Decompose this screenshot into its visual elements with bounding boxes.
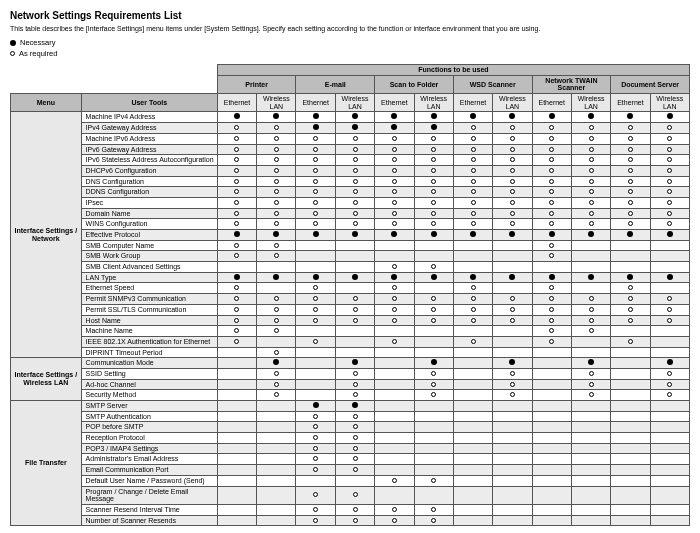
setting-label: Communication Mode <box>81 358 217 369</box>
mark-cell <box>414 433 453 444</box>
mark-cell <box>296 230 335 241</box>
as-required-icon <box>313 285 318 290</box>
setting-label: POP before SMTP <box>81 422 217 433</box>
mark-cell <box>375 368 414 379</box>
mark-cell <box>532 433 571 444</box>
mark-cell <box>217 336 256 347</box>
mark-cell <box>493 315 532 326</box>
mark-cell <box>453 326 492 337</box>
setting-label: Machine IPv4 Address <box>81 112 217 123</box>
mark-cell <box>611 219 650 230</box>
mark-cell <box>217 165 256 176</box>
as-required-icon <box>667 371 672 376</box>
mark-cell <box>296 251 335 262</box>
necessary-icon <box>431 231 437 237</box>
as-required-icon <box>392 264 397 269</box>
mark-cell <box>650 515 689 526</box>
mark-cell <box>650 251 689 262</box>
mark-cell <box>493 272 532 283</box>
mark-cell <box>296 144 335 155</box>
mark-cell <box>650 197 689 208</box>
as-required-icon <box>313 467 318 472</box>
as-required-icon <box>234 328 239 333</box>
setting-label: Email Communication Port <box>81 465 217 476</box>
mark-cell <box>611 176 650 187</box>
mark-cell <box>257 401 296 412</box>
mark-cell <box>414 262 453 273</box>
as-required-icon <box>549 189 554 194</box>
as-required-icon <box>234 147 239 152</box>
as-required-icon <box>510 211 515 216</box>
header-ethernet: Ethernet <box>375 94 414 112</box>
mark-cell <box>375 326 414 337</box>
mark-cell <box>217 347 256 358</box>
as-required-icon <box>274 157 279 162</box>
as-required-icon <box>589 307 594 312</box>
as-required-icon <box>353 168 358 173</box>
mark-cell <box>296 368 335 379</box>
table-row: File TransferSMTP Server <box>11 401 690 412</box>
as-required-icon <box>628 285 633 290</box>
as-required-icon <box>353 435 358 440</box>
mark-cell <box>375 347 414 358</box>
as-required-icon <box>313 157 318 162</box>
necessary-icon <box>509 274 515 280</box>
mark-cell <box>453 272 492 283</box>
table-row: Email Communication Port <box>11 465 690 476</box>
mark-cell <box>217 304 256 315</box>
mark-cell <box>532 504 571 515</box>
as-required-icon <box>392 157 397 162</box>
mark-cell <box>611 304 650 315</box>
menu-cell: Interface Settings / Wireless LAN <box>11 358 82 401</box>
as-required-icon <box>274 253 279 258</box>
mark-cell <box>375 230 414 241</box>
necessary-icon <box>509 359 515 365</box>
as-required-icon <box>589 157 594 162</box>
mark-cell <box>453 401 492 412</box>
setting-label: Permit SNMPv3 Communication <box>81 294 217 305</box>
mark-cell <box>217 208 256 219</box>
mark-cell <box>414 144 453 155</box>
as-required-icon <box>471 318 476 323</box>
mark-cell <box>335 347 374 358</box>
mark-cell <box>532 368 571 379</box>
as-required-icon <box>353 507 358 512</box>
as-required-icon <box>510 318 515 323</box>
as-required-icon <box>471 125 476 130</box>
table-row: Permit SNMPv3 Communication <box>11 294 690 305</box>
as-required-icon <box>510 125 515 130</box>
mark-cell <box>571 443 610 454</box>
table-row: Administrator's Email Address <box>11 454 690 465</box>
table-row: IPv6 Gateway Address <box>11 144 690 155</box>
as-required-icon <box>234 179 239 184</box>
as-required-icon <box>471 136 476 141</box>
mark-cell <box>257 272 296 283</box>
mark-cell <box>571 411 610 422</box>
mark-cell <box>611 208 650 219</box>
as-required-icon <box>628 136 633 141</box>
mark-cell <box>611 197 650 208</box>
as-required-icon <box>628 157 633 162</box>
as-required-icon <box>431 371 436 376</box>
mark-cell <box>414 240 453 251</box>
setting-label: DIPRINT Timeout Period <box>81 347 217 358</box>
as-required-icon <box>589 221 594 226</box>
mark-cell <box>296 262 335 273</box>
mark-cell <box>532 251 571 262</box>
mark-cell <box>217 251 256 262</box>
table-row: IPsec <box>11 197 690 208</box>
mark-cell <box>414 401 453 412</box>
mark-cell <box>493 411 532 422</box>
mark-cell <box>375 315 414 326</box>
mark-cell <box>217 123 256 134</box>
mark-cell <box>532 379 571 390</box>
mark-cell <box>493 515 532 526</box>
as-required-icon <box>353 296 358 301</box>
mark-cell <box>296 422 335 433</box>
mark-cell <box>611 155 650 166</box>
as-required-icon <box>392 189 397 194</box>
mark-cell <box>375 208 414 219</box>
as-required-icon <box>667 147 672 152</box>
mark-cell <box>611 283 650 294</box>
as-required-icon <box>549 147 554 152</box>
